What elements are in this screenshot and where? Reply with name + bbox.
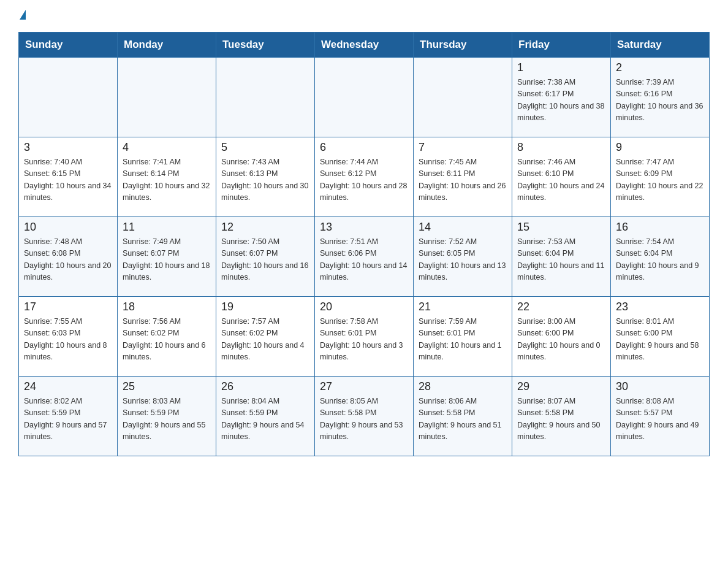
calendar-day-cell: 29Sunrise: 8:07 AMSunset: 5:58 PMDayligh… xyxy=(512,377,611,456)
calendar-day-cell: 7Sunrise: 7:45 AMSunset: 6:11 PMDaylight… xyxy=(414,137,512,217)
day-number: 5 xyxy=(221,141,309,154)
day-info: Sunrise: 7:50 AMSunset: 6:07 PMDaylight:… xyxy=(221,236,309,284)
day-number: 3 xyxy=(24,141,112,154)
day-info: Sunrise: 7:39 AMSunset: 6:16 PMDaylight:… xyxy=(616,77,704,124)
day-info: Sunrise: 7:46 AMSunset: 6:10 PMDaylight:… xyxy=(517,156,605,204)
header-tuesday: Tuesday xyxy=(216,33,315,58)
calendar-day-cell: 24Sunrise: 8:02 AMSunset: 5:59 PMDayligh… xyxy=(19,377,118,456)
day-number: 8 xyxy=(517,141,605,154)
calendar-day-cell: 27Sunrise: 8:05 AMSunset: 5:58 PMDayligh… xyxy=(315,377,414,456)
calendar-day-cell: 12Sunrise: 7:50 AMSunset: 6:07 PMDayligh… xyxy=(216,217,315,297)
calendar-day-cell: 18Sunrise: 7:56 AMSunset: 6:02 PMDayligh… xyxy=(118,297,216,377)
calendar-day-cell xyxy=(19,58,118,137)
day-number: 16 xyxy=(616,221,704,234)
day-number: 24 xyxy=(24,380,112,393)
calendar-day-cell: 5Sunrise: 7:43 AMSunset: 6:13 PMDaylight… xyxy=(216,137,315,217)
logo-triangle-icon xyxy=(20,10,26,20)
calendar-day-cell: 3Sunrise: 7:40 AMSunset: 6:15 PMDaylight… xyxy=(19,137,118,217)
day-info: Sunrise: 7:48 AMSunset: 6:08 PMDaylight:… xyxy=(24,236,112,284)
calendar-day-cell xyxy=(414,58,512,137)
day-number: 19 xyxy=(221,301,309,313)
calendar-day-cell xyxy=(118,58,216,137)
day-number: 1 xyxy=(517,61,605,74)
day-info: Sunrise: 7:57 AMSunset: 6:02 PMDaylight:… xyxy=(221,316,309,364)
day-info: Sunrise: 8:00 AMSunset: 6:00 PMDaylight:… xyxy=(517,316,605,364)
day-number: 17 xyxy=(24,301,112,313)
day-number: 15 xyxy=(517,221,605,234)
calendar-day-cell: 10Sunrise: 7:48 AMSunset: 6:08 PMDayligh… xyxy=(19,217,118,297)
day-number: 6 xyxy=(320,141,408,154)
day-info: Sunrise: 8:01 AMSunset: 6:00 PMDaylight:… xyxy=(616,316,704,364)
calendar-table: Sunday Monday Tuesday Wednesday Thursday… xyxy=(18,32,710,456)
calendar-day-cell: 17Sunrise: 7:55 AMSunset: 6:03 PMDayligh… xyxy=(19,297,118,377)
day-info: Sunrise: 8:07 AMSunset: 5:58 PMDaylight:… xyxy=(517,396,605,443)
day-info: Sunrise: 8:02 AMSunset: 5:59 PMDaylight:… xyxy=(24,396,112,443)
calendar-week-row: 10Sunrise: 7:48 AMSunset: 6:08 PMDayligh… xyxy=(19,217,710,297)
calendar-day-cell: 28Sunrise: 8:06 AMSunset: 5:58 PMDayligh… xyxy=(414,377,512,456)
header-friday: Friday xyxy=(512,33,611,58)
day-info: Sunrise: 7:56 AMSunset: 6:02 PMDaylight:… xyxy=(123,316,211,364)
day-number: 13 xyxy=(320,221,408,234)
calendar-day-cell: 26Sunrise: 8:04 AMSunset: 5:59 PMDayligh… xyxy=(216,377,315,456)
day-number: 29 xyxy=(517,380,605,393)
calendar-day-cell: 30Sunrise: 8:08 AMSunset: 5:57 PMDayligh… xyxy=(611,377,710,456)
day-info: Sunrise: 7:51 AMSunset: 6:06 PMDaylight:… xyxy=(320,236,408,284)
day-info: Sunrise: 7:58 AMSunset: 6:01 PMDaylight:… xyxy=(320,316,408,364)
calendar-day-cell: 22Sunrise: 8:00 AMSunset: 6:00 PMDayligh… xyxy=(512,297,611,377)
day-number: 12 xyxy=(221,221,309,234)
calendar-week-row: 24Sunrise: 8:02 AMSunset: 5:59 PMDayligh… xyxy=(19,377,710,456)
day-info: Sunrise: 8:03 AMSunset: 5:59 PMDaylight:… xyxy=(123,396,211,443)
calendar-day-cell: 19Sunrise: 7:57 AMSunset: 6:02 PMDayligh… xyxy=(216,297,315,377)
calendar-day-cell: 16Sunrise: 7:54 AMSunset: 6:04 PMDayligh… xyxy=(611,217,710,297)
header xyxy=(18,12,710,22)
day-info: Sunrise: 7:52 AMSunset: 6:05 PMDaylight:… xyxy=(419,236,507,284)
header-saturday: Saturday xyxy=(611,33,710,58)
day-info: Sunrise: 8:04 AMSunset: 5:59 PMDaylight:… xyxy=(221,396,309,443)
calendar-day-cell: 4Sunrise: 7:41 AMSunset: 6:14 PMDaylight… xyxy=(118,137,216,217)
day-number: 18 xyxy=(123,301,211,313)
day-number: 7 xyxy=(419,141,507,154)
day-info: Sunrise: 7:41 AMSunset: 6:14 PMDaylight:… xyxy=(123,156,211,204)
day-number: 4 xyxy=(123,141,211,154)
day-number: 11 xyxy=(123,221,211,234)
day-number: 2 xyxy=(616,61,704,74)
day-info: Sunrise: 7:43 AMSunset: 6:13 PMDaylight:… xyxy=(221,156,309,204)
day-info: Sunrise: 7:44 AMSunset: 6:12 PMDaylight:… xyxy=(320,156,408,204)
calendar-day-cell: 6Sunrise: 7:44 AMSunset: 6:12 PMDaylight… xyxy=(315,137,414,217)
day-info: Sunrise: 7:55 AMSunset: 6:03 PMDaylight:… xyxy=(24,316,112,364)
header-thursday: Thursday xyxy=(414,33,512,58)
day-number: 22 xyxy=(517,301,605,313)
day-number: 27 xyxy=(320,380,408,393)
day-info: Sunrise: 7:53 AMSunset: 6:04 PMDaylight:… xyxy=(517,236,605,284)
calendar-day-cell: 25Sunrise: 8:03 AMSunset: 5:59 PMDayligh… xyxy=(118,377,216,456)
calendar-day-cell: 1Sunrise: 7:38 AMSunset: 6:17 PMDaylight… xyxy=(512,58,611,137)
calendar-day-cell xyxy=(315,58,414,137)
day-info: Sunrise: 8:08 AMSunset: 5:57 PMDaylight:… xyxy=(616,396,704,443)
day-number: 28 xyxy=(419,380,507,393)
calendar-day-cell: 2Sunrise: 7:39 AMSunset: 6:16 PMDaylight… xyxy=(611,58,710,137)
calendar-day-cell: 14Sunrise: 7:52 AMSunset: 6:05 PMDayligh… xyxy=(414,217,512,297)
header-monday: Monday xyxy=(118,33,216,58)
day-number: 30 xyxy=(616,380,704,393)
day-info: Sunrise: 7:47 AMSunset: 6:09 PMDaylight:… xyxy=(616,156,704,204)
weekday-header-row: Sunday Monday Tuesday Wednesday Thursday… xyxy=(19,33,710,58)
calendar-day-cell: 23Sunrise: 8:01 AMSunset: 6:00 PMDayligh… xyxy=(611,297,710,377)
day-number: 14 xyxy=(419,221,507,234)
day-number: 25 xyxy=(123,380,211,393)
day-number: 9 xyxy=(616,141,704,154)
calendar-day-cell: 8Sunrise: 7:46 AMSunset: 6:10 PMDaylight… xyxy=(512,137,611,217)
day-info: Sunrise: 8:06 AMSunset: 5:58 PMDaylight:… xyxy=(419,396,507,443)
calendar-week-row: 1Sunrise: 7:38 AMSunset: 6:17 PMDaylight… xyxy=(19,58,710,137)
calendar-day-cell: 15Sunrise: 7:53 AMSunset: 6:04 PMDayligh… xyxy=(512,217,611,297)
calendar-week-row: 17Sunrise: 7:55 AMSunset: 6:03 PMDayligh… xyxy=(19,297,710,377)
calendar-week-row: 3Sunrise: 7:40 AMSunset: 6:15 PMDaylight… xyxy=(19,137,710,217)
day-number: 20 xyxy=(320,301,408,313)
logo xyxy=(18,12,26,22)
calendar-day-cell: 20Sunrise: 7:58 AMSunset: 6:01 PMDayligh… xyxy=(315,297,414,377)
day-number: 10 xyxy=(24,221,112,234)
day-number: 26 xyxy=(221,380,309,393)
calendar-day-cell: 9Sunrise: 7:47 AMSunset: 6:09 PMDaylight… xyxy=(611,137,710,217)
calendar-day-cell: 11Sunrise: 7:49 AMSunset: 6:07 PMDayligh… xyxy=(118,217,216,297)
calendar-day-cell: 21Sunrise: 7:59 AMSunset: 6:01 PMDayligh… xyxy=(414,297,512,377)
header-sunday: Sunday xyxy=(19,33,118,58)
